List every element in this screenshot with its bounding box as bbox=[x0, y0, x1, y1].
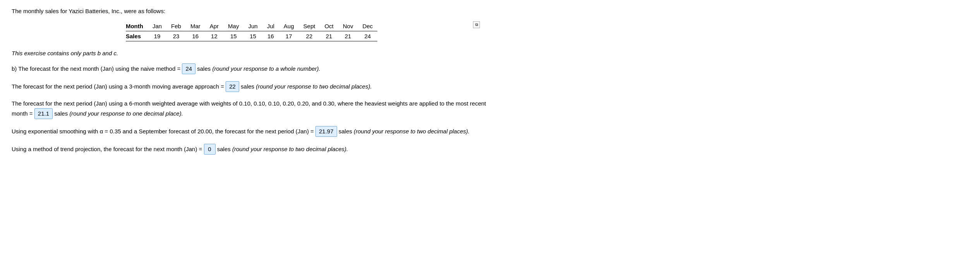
cell-value: 17 bbox=[279, 31, 299, 41]
answer-value-b_exponential[interactable]: 21.97 bbox=[315, 126, 337, 137]
row-label: Sales bbox=[126, 31, 148, 41]
column-header-jun: Jun bbox=[243, 21, 262, 31]
column-header-apr: Apr bbox=[205, 21, 223, 31]
cell-value: 21 bbox=[320, 31, 338, 41]
column-header-aug: Aug bbox=[279, 21, 299, 31]
column-header-dec: Dec bbox=[358, 21, 377, 31]
section-text-before: Using a method of trend projection, the … bbox=[12, 146, 202, 152]
column-header-month: Month bbox=[126, 21, 148, 31]
section-b_exponential: Using exponential smoothing with α = 0.3… bbox=[12, 126, 492, 137]
section-text-before: Using exponential smoothing with α = 0.3… bbox=[12, 128, 314, 135]
column-header-sept: Sept bbox=[299, 21, 320, 31]
section-italic-b_naive: (round your response to a whole number). bbox=[212, 65, 320, 72]
cell-value: 16 bbox=[262, 31, 279, 41]
cell-value: 24 bbox=[358, 31, 377, 41]
cell-value: 19 bbox=[148, 31, 166, 41]
cell-value: 21 bbox=[338, 31, 358, 41]
table-container: ⧉ MonthJanFebMarAprMayJunJulAugSeptOctNo… bbox=[12, 21, 492, 41]
cell-value: 15 bbox=[223, 31, 243, 41]
italic-note: This exercise contains only parts b and … bbox=[12, 50, 492, 56]
section-text-before: b) The forecast for the next month (Jan)… bbox=[12, 65, 180, 72]
section-text-after: sales bbox=[197, 65, 211, 72]
column-header-feb: Feb bbox=[166, 21, 186, 31]
cell-value: 15 bbox=[243, 31, 262, 41]
column-header-may: May bbox=[223, 21, 243, 31]
cell-value: 12 bbox=[205, 31, 223, 41]
sales-table: MonthJanFebMarAprMayJunJulAugSeptOctNovD… bbox=[126, 21, 377, 41]
section-italic-b_exponential: (round your response to two decimal plac… bbox=[354, 128, 469, 135]
column-header-oct: Oct bbox=[320, 21, 338, 31]
section-b_moving_avg: The forecast for the next period (Jan) u… bbox=[12, 81, 492, 92]
section-text-after: sales bbox=[339, 128, 352, 135]
answer-value-b_weighted[interactable]: 21.1 bbox=[34, 108, 53, 119]
section-italic-b_trend: (round your response to two decimal plac… bbox=[232, 146, 348, 152]
cell-value: 22 bbox=[299, 31, 320, 41]
answer-value-b_moving_avg[interactable]: 22 bbox=[226, 81, 239, 92]
table-row: Sales192316121515161722212124 bbox=[126, 31, 377, 41]
column-header-mar: Mar bbox=[186, 21, 205, 31]
column-header-nov: Nov bbox=[338, 21, 358, 31]
section-text-before: The forecast for the next period (Jan) u… bbox=[12, 83, 224, 90]
cell-value: 16 bbox=[186, 31, 205, 41]
answer-value-b_trend[interactable]: 0 bbox=[204, 144, 216, 155]
column-header-jan: Jan bbox=[148, 21, 166, 31]
section-text-after: sales bbox=[241, 83, 254, 90]
section-text-after: sales bbox=[217, 146, 231, 152]
column-header-jul: Jul bbox=[262, 21, 279, 31]
copy-icon[interactable]: ⧉ bbox=[473, 21, 480, 28]
intro-text: The monthly sales for Yazici Batteries, … bbox=[12, 8, 492, 14]
section-italic-b_weighted: (round your response to one decimal plac… bbox=[69, 110, 183, 117]
answer-value-b_naive[interactable]: 24 bbox=[182, 63, 195, 74]
section-b_weighted: The forecast for the next period (Jan) u… bbox=[12, 99, 492, 119]
section-text-after: sales bbox=[54, 110, 68, 117]
section-b_naive: b) The forecast for the next month (Jan)… bbox=[12, 63, 492, 74]
section-b_trend: Using a method of trend projection, the … bbox=[12, 144, 492, 155]
section-italic-b_moving_avg: (round your response to two decimal plac… bbox=[256, 83, 372, 90]
cell-value: 23 bbox=[166, 31, 186, 41]
